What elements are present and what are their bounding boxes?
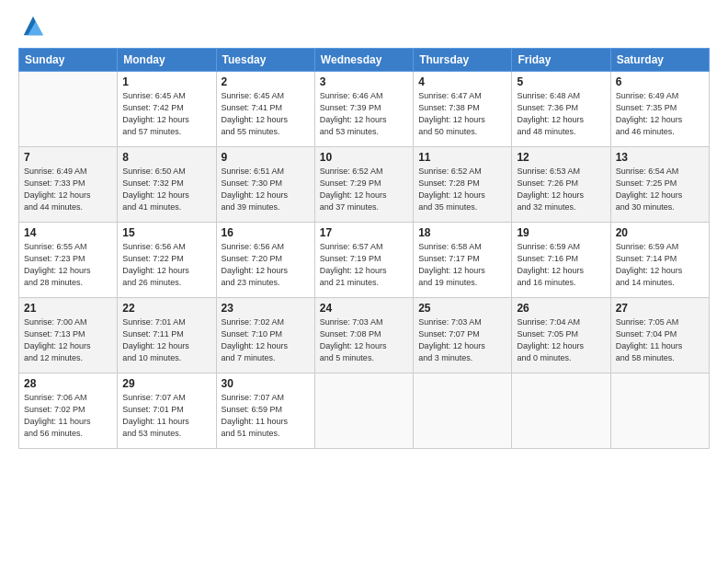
day-number: 11 [418, 151, 506, 164]
calendar-cell: 12Sunrise: 6:53 AM Sunset: 7:26 PM Dayli… [512, 147, 610, 223]
calendar-cell: 23Sunrise: 7:02 AM Sunset: 7:10 PM Dayli… [216, 298, 314, 373]
day-info: Sunrise: 6:54 AM Sunset: 7:25 PM Dayligh… [616, 166, 704, 213]
day-number: 19 [517, 226, 605, 239]
day-number: 13 [616, 151, 704, 164]
day-info: Sunrise: 6:57 AM Sunset: 7:19 PM Dayligh… [320, 241, 408, 289]
calendar-cell: 11Sunrise: 6:52 AM Sunset: 7:28 PM Dayli… [414, 147, 512, 223]
day-number: 30 [222, 377, 310, 390]
day-info: Sunrise: 6:59 AM Sunset: 7:14 PM Dayligh… [616, 241, 704, 289]
calendar-cell [414, 373, 512, 449]
day-info: Sunrise: 6:46 AM Sunset: 7:39 PM Dayligh… [320, 90, 408, 138]
calendar-cell: 8Sunrise: 6:50 AM Sunset: 7:32 PM Daylig… [118, 147, 216, 223]
calendar-cell: 20Sunrise: 6:59 AM Sunset: 7:14 PM Dayli… [610, 223, 709, 298]
day-number: 18 [418, 226, 506, 239]
day-info: Sunrise: 6:49 AM Sunset: 7:35 PM Dayligh… [616, 90, 704, 138]
day-info: Sunrise: 7:05 AM Sunset: 7:04 PM Dayligh… [616, 316, 704, 364]
calendar-cell: 24Sunrise: 7:03 AM Sunset: 7:08 PM Dayli… [314, 298, 413, 373]
day-info: Sunrise: 7:07 AM Sunset: 7:01 PM Dayligh… [122, 392, 210, 440]
calendar-cell: 15Sunrise: 6:56 AM Sunset: 7:22 PM Dayli… [118, 223, 216, 298]
weekday-header-tuesday: Tuesday [216, 49, 314, 72]
day-number: 7 [24, 151, 112, 164]
calendar-cell [314, 373, 413, 449]
weekday-header-wednesday: Wednesday [314, 49, 413, 72]
calendar-table: SundayMondayTuesdayWednesdayThursdayFrid… [18, 48, 710, 449]
day-number: 23 [222, 302, 310, 315]
day-info: Sunrise: 6:52 AM Sunset: 7:29 PM Dayligh… [320, 166, 408, 213]
day-number: 1 [122, 75, 210, 88]
day-info: Sunrise: 7:04 AM Sunset: 7:05 PM Dayligh… [517, 316, 605, 364]
day-info: Sunrise: 6:55 AM Sunset: 7:23 PM Dayligh… [24, 241, 112, 289]
day-info: Sunrise: 7:00 AM Sunset: 7:13 PM Dayligh… [24, 316, 112, 364]
calendar-cell: 14Sunrise: 6:55 AM Sunset: 7:23 PM Dayli… [19, 223, 118, 298]
day-info: Sunrise: 7:01 AM Sunset: 7:11 PM Dayligh… [122, 316, 210, 364]
weekday-header-sunday: Sunday [19, 49, 118, 72]
day-number: 28 [24, 377, 112, 390]
day-number: 3 [320, 75, 408, 88]
day-number: 21 [24, 302, 112, 315]
weekday-header-row: SundayMondayTuesdayWednesdayThursdayFrid… [19, 49, 710, 72]
calendar-cell: 7Sunrise: 6:49 AM Sunset: 7:33 PM Daylig… [19, 147, 118, 223]
day-info: Sunrise: 6:47 AM Sunset: 7:38 PM Dayligh… [418, 90, 506, 138]
calendar-cell: 10Sunrise: 6:52 AM Sunset: 7:29 PM Dayli… [314, 147, 413, 223]
calendar-cell: 30Sunrise: 7:07 AM Sunset: 6:59 PM Dayli… [216, 373, 314, 449]
weekday-header-saturday: Saturday [610, 49, 709, 72]
day-number: 8 [122, 151, 210, 164]
day-info: Sunrise: 6:45 AM Sunset: 7:42 PM Dayligh… [122, 90, 210, 138]
calendar-cell: 19Sunrise: 6:59 AM Sunset: 7:16 PM Dayli… [512, 223, 610, 298]
calendar-cell: 9Sunrise: 6:51 AM Sunset: 7:30 PM Daylig… [216, 147, 314, 223]
day-info: Sunrise: 6:51 AM Sunset: 7:30 PM Dayligh… [222, 166, 310, 213]
calendar-cell: 13Sunrise: 6:54 AM Sunset: 7:25 PM Dayli… [610, 147, 709, 223]
day-info: Sunrise: 7:03 AM Sunset: 7:07 PM Dayligh… [418, 316, 506, 364]
logo [18, 15, 46, 39]
calendar-cell: 28Sunrise: 7:06 AM Sunset: 7:02 PM Dayli… [19, 373, 118, 449]
day-info: Sunrise: 7:07 AM Sunset: 6:59 PM Dayligh… [222, 392, 310, 440]
day-number: 9 [222, 151, 310, 164]
day-number: 17 [320, 226, 408, 239]
day-info: Sunrise: 7:03 AM Sunset: 7:08 PM Dayligh… [320, 316, 408, 364]
calendar-cell: 21Sunrise: 7:00 AM Sunset: 7:13 PM Dayli… [19, 298, 118, 373]
day-number: 22 [122, 302, 210, 315]
calendar-cell: 29Sunrise: 7:07 AM Sunset: 7:01 PM Dayli… [118, 373, 216, 449]
day-info: Sunrise: 6:49 AM Sunset: 7:33 PM Dayligh… [24, 166, 112, 213]
calendar-cell: 2Sunrise: 6:45 AM Sunset: 7:41 PM Daylig… [216, 72, 314, 147]
day-info: Sunrise: 7:02 AM Sunset: 7:10 PM Dayligh… [222, 316, 310, 364]
weekday-header-friday: Friday [512, 49, 610, 72]
calendar-cell: 22Sunrise: 7:01 AM Sunset: 7:11 PM Dayli… [118, 298, 216, 373]
day-info: Sunrise: 6:45 AM Sunset: 7:41 PM Dayligh… [222, 90, 310, 138]
calendar-cell [512, 373, 610, 449]
day-number: 20 [616, 226, 704, 239]
day-number: 27 [616, 302, 704, 315]
calendar-week-row: 21Sunrise: 7:00 AM Sunset: 7:13 PM Dayli… [19, 298, 710, 373]
logo-icon [20, 13, 46, 39]
calendar-week-row: 14Sunrise: 6:55 AM Sunset: 7:23 PM Dayli… [19, 223, 710, 298]
day-info: Sunrise: 6:48 AM Sunset: 7:36 PM Dayligh… [517, 90, 605, 138]
day-number: 24 [320, 302, 408, 315]
calendar-cell: 6Sunrise: 6:49 AM Sunset: 7:35 PM Daylig… [610, 72, 709, 147]
calendar-cell [19, 72, 118, 147]
calendar-cell: 3Sunrise: 6:46 AM Sunset: 7:39 PM Daylig… [314, 72, 413, 147]
day-number: 15 [122, 226, 210, 239]
day-number: 12 [517, 151, 605, 164]
calendar-cell: 5Sunrise: 6:48 AM Sunset: 7:36 PM Daylig… [512, 72, 610, 147]
day-number: 29 [122, 377, 210, 390]
day-number: 26 [517, 302, 605, 315]
calendar-cell: 16Sunrise: 6:56 AM Sunset: 7:20 PM Dayli… [216, 223, 314, 298]
header [18, 15, 710, 39]
day-info: Sunrise: 6:56 AM Sunset: 7:22 PM Dayligh… [122, 241, 210, 289]
day-number: 5 [517, 75, 605, 88]
calendar-cell: 4Sunrise: 6:47 AM Sunset: 7:38 PM Daylig… [414, 72, 512, 147]
day-number: 2 [222, 75, 310, 88]
page: SundayMondayTuesdayWednesdayThursdayFrid… [0, 0, 728, 563]
day-number: 25 [418, 302, 506, 315]
day-number: 10 [320, 151, 408, 164]
day-number: 6 [616, 75, 704, 88]
weekday-header-monday: Monday [118, 49, 216, 72]
day-number: 16 [222, 226, 310, 239]
day-info: Sunrise: 6:58 AM Sunset: 7:17 PM Dayligh… [418, 241, 506, 289]
day-info: Sunrise: 6:50 AM Sunset: 7:32 PM Dayligh… [122, 166, 210, 213]
day-info: Sunrise: 7:06 AM Sunset: 7:02 PM Dayligh… [24, 392, 112, 440]
weekday-header-thursday: Thursday [414, 49, 512, 72]
calendar-week-row: 28Sunrise: 7:06 AM Sunset: 7:02 PM Dayli… [19, 373, 710, 449]
calendar-cell [610, 373, 709, 449]
calendar-cell: 17Sunrise: 6:57 AM Sunset: 7:19 PM Dayli… [314, 223, 413, 298]
